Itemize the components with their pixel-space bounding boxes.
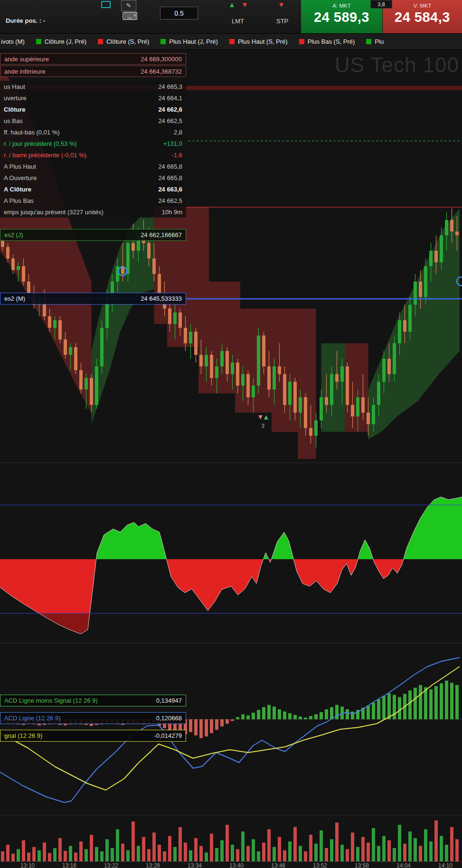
time-axis: 13:1013:1613:2213:2813:3413:4013:4613:52… [0, 862, 462, 868]
time-label: 13:52 [313, 862, 327, 868]
info-row-label: r. / jour précédent (0,53 %) [4, 140, 77, 147]
legend-item[interactable]: ivots (M) [1, 38, 25, 45]
quantity-input[interactable] [160, 7, 198, 19]
legend-item-label: Plu [375, 38, 384, 45]
spread-badge: 3,8 [370, 0, 392, 9]
info-row-value: -1,6 [172, 152, 182, 159]
legend-item[interactable]: Clôture (S, Pré) [98, 38, 149, 45]
info-row-label: r. / barre précédente (-0,01 %) [4, 152, 86, 159]
info-row-label: A Ouverture [4, 174, 37, 181]
keyboard-icon[interactable]: ⌨ [122, 10, 138, 22]
price-info-panel: ande supérieure24 669,300000ande inférie… [0, 53, 186, 218]
info-row-label: A Plus Bas [4, 197, 34, 204]
legend-item[interactable]: Plus Haut (S, Pré) [229, 38, 288, 45]
position-duration-label: Durée pos. : - [6, 17, 45, 24]
legend-item-label: ivots (M) [1, 38, 25, 45]
ma-monthly-name: es2 (M) [4, 295, 25, 302]
arrow-down-icon[interactable]: ▼ [278, 0, 285, 9]
macd-legend-value: 0,134947 [156, 697, 182, 704]
arrow-up-icon[interactable]: ▲ [228, 0, 236, 9]
time-label: 13:34 [188, 862, 202, 868]
info-row: uverture24 664,1 [0, 92, 186, 104]
legend-color-swatch [36, 39, 41, 44]
macd-legend-box[interactable]: gnal (12 26 9)-0,014279 [0, 730, 186, 742]
info-row-value: 24 664,1 [158, 95, 182, 102]
info-band-label: ande supérieure [4, 56, 49, 63]
info-band-label: ande inférieure [4, 68, 46, 75]
info-row: ff. haut-bas (0,01 %)2,8 [0, 126, 186, 138]
info-row-value: 24 665,8 [158, 163, 182, 170]
legend-item[interactable]: Clôture (J, Pré) [36, 38, 86, 45]
macd-legend-label: gnal (12 26 9) [4, 732, 42, 739]
legend-item-label: Clôture (J, Pré) [45, 38, 86, 45]
sell-price: 24 584,3 [383, 10, 462, 25]
macd-legend-box[interactable]: ACD Ligne moins Signal (12 26 9)0,134947 [0, 695, 186, 706]
time-label: 13:40 [229, 862, 244, 868]
time-label: 13:46 [271, 862, 285, 868]
info-row-label: A Plus Haut [4, 163, 36, 170]
indicator-legend: ivots (M)Clôture (J, Pré)Clôture (S, Pré… [0, 34, 462, 50]
legend-color-swatch [160, 39, 166, 44]
ma-monthly-overlay-label[interactable]: es2 (M) 24 645,533333 [0, 293, 186, 305]
legend-color-swatch [299, 39, 304, 44]
time-label: 13:22 [104, 862, 118, 868]
info-row: Clôture24 662,6 [0, 104, 186, 115]
info-row-label: emps jusqu'au présent (3227 unités) [4, 209, 104, 216]
info-row-label: A Clôture [4, 186, 31, 193]
info-row: us Bas24 662,5 [0, 115, 186, 126]
legend-color-swatch [366, 39, 371, 44]
info-row-value: 24 663,6 [158, 186, 182, 193]
info-band-value: 24 664,368732 [141, 68, 182, 75]
limit-order-button[interactable]: LMT [232, 18, 244, 25]
info-row-value: 24 665,8 [158, 174, 182, 181]
arrow-down-icon[interactable]: ▼ [241, 0, 248, 9]
instrument-watermark: US Tech 100 [335, 53, 459, 77]
info-row-label: ff. haut-bas (0,01 %) [4, 129, 60, 136]
info-band-value: 24 669,300000 [141, 56, 182, 63]
macd-legend-box[interactable]: ACD Ligne (12 26 9)0,120668 [0, 712, 186, 724]
ma-daily-value: 24 662,166667 [141, 231, 182, 238]
stop-order-button[interactable]: STP [276, 18, 288, 25]
info-row-value: 2,8 [174, 129, 182, 136]
info-row-label: uverture [4, 95, 27, 102]
info-row-value: 24 665,3 [158, 83, 182, 90]
time-label: 14:04 [396, 862, 411, 868]
legend-item-label: Plus Bas (S, Pré) [308, 38, 355, 45]
info-row: A Ouverture24 665,8 [0, 172, 186, 183]
legend-item[interactable]: Plus Haut (J, Pré) [160, 38, 218, 45]
chart-style-icon[interactable] [101, 1, 111, 8]
info-row-label: us Haut [4, 83, 25, 90]
macd-legend-label: ACD Ligne moins Signal (12 26 9) [4, 697, 98, 704]
info-row-value: 24 662,6 [158, 106, 182, 113]
ma-daily-overlay-label[interactable]: es2 (J) 24 662,166667 [0, 229, 186, 241]
legend-item[interactable]: Plus Bas (S, Pré) [299, 38, 355, 45]
time-label: 14:10 [438, 862, 453, 868]
info-row-value: +131,0 [163, 140, 182, 147]
legend-color-swatch [229, 39, 235, 44]
info-band-row: ande inférieure24 664,368732 [0, 66, 186, 77]
legend-item[interactable]: Plu [366, 38, 384, 45]
sell-label: V: MKT [383, 3, 462, 9]
sell-market-button[interactable]: V: MKT 24 584,3 [383, 0, 462, 33]
info-row: A Plus Haut24 665,8 [0, 161, 186, 172]
info-row: emps jusqu'au présent (3227 unités)10h 9… [0, 206, 186, 218]
info-row: us Haut24 665,3 [0, 81, 186, 92]
info-band-row: ande supérieure24 669,300000 [0, 53, 186, 65]
info-row-value: 24 662,5 [158, 117, 182, 124]
info-row-value: 10h 9m [162, 209, 182, 216]
legend-item-label: Plus Haut (S, Pré) [238, 38, 288, 45]
macd-legend-value: 0,120668 [156, 715, 182, 722]
time-label: 13:10 [20, 862, 35, 868]
info-row-label: us Bas [4, 117, 23, 124]
time-label: 13:58 [355, 862, 369, 868]
legend-color-swatch [98, 39, 103, 44]
macd-legend-value: -0,014279 [154, 732, 182, 739]
info-row-value: 24 662,5 [158, 197, 182, 204]
time-label: 13:28 [146, 862, 160, 868]
buy-price: 24 589,3 [301, 10, 382, 25]
info-row: A Plus Bas24 662,5 [0, 195, 186, 206]
info-row-label: Clôture [4, 106, 26, 113]
macd-legend-label: ACD Ligne (12 26 9) [4, 715, 61, 722]
ma-monthly-value: 24 645,533333 [141, 295, 182, 302]
svg-text:2: 2 [262, 423, 264, 429]
